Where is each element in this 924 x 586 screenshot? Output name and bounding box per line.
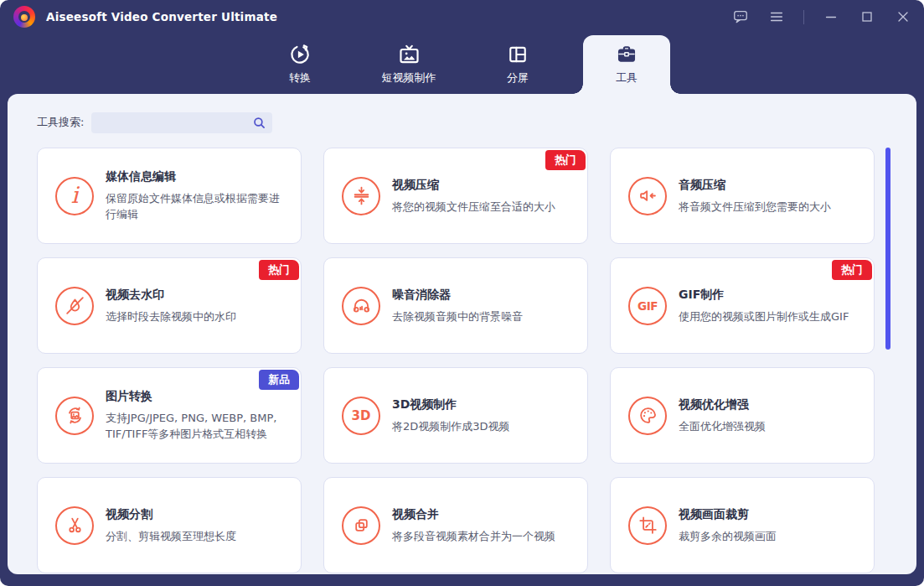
split-screen-icon: [506, 42, 529, 67]
card-title: 视频优化增强: [679, 397, 766, 412]
card-text: 视频优化增强全面优化增强视频: [679, 397, 766, 434]
card-description: 去除视频音频中的背景噪音: [392, 309, 523, 324]
card-description: 将您的视频文件压缩至合适的大小: [392, 199, 555, 215]
tool-card-7[interactable]: 图片转换支持JPG/JPEG, PNG, WEBP, BMP, TIF/TIFF…: [37, 367, 302, 464]
card-title: 噪音消除器: [392, 288, 523, 303]
card-text: 3D视频制作将2D视频制作成3D视频: [392, 397, 510, 434]
card-title: 3D视频制作: [392, 397, 510, 412]
card-text: 视频压缩将您的视频文件压缩至合适的大小: [392, 178, 555, 215]
card-description: 支持JPG/JPEG, PNG, WEBP, BMP, TIF/TIFF等多种图…: [106, 410, 287, 442]
tool-card-5[interactable]: 噪音消除器去除视频音频中的背景噪音: [323, 257, 588, 354]
tool-card-grid: i媒体信息编辑保留原始文件媒体信息或根据需要进行编辑视频压缩将您的视频文件压缩至…: [37, 148, 875, 573]
titlebar: Aiseesoft Video Converter Ultimate: [0, 0, 924, 34]
card-description: 将2D视频制作成3D视频: [392, 418, 510, 434]
card-text: 视频画面裁剪裁剪多余的视频画面: [679, 507, 777, 544]
titlebar-divider: [803, 10, 804, 24]
titlebar-controls: [731, 0, 912, 34]
tool-card-12[interactable]: 视频画面裁剪裁剪多余的视频画面: [610, 477, 875, 573]
card-text: 媒体信息编辑保留原始文件媒体信息或根据需要进行编辑: [106, 169, 287, 222]
tab-mv[interactable]: 短视频制作: [365, 35, 452, 94]
tool-card-6[interactable]: GIFGIF制作使用您的视频或图片制作或生成GIF热门: [610, 257, 875, 354]
tool-card-3[interactable]: 音频压缩将音频文件压缩到您需要的大小: [610, 148, 875, 244]
badge-hot: 热门: [259, 260, 299, 280]
app-window: Aiseesoft Video Converter Ultimate: [0, 0, 924, 586]
audio-compress-icon: [628, 177, 667, 215]
card-title: 图片转换: [106, 389, 287, 404]
gif-icon: GIF: [628, 287, 667, 325]
card-title: 视频合并: [392, 507, 555, 522]
card-title: 音频压缩: [679, 178, 831, 193]
card-text: 噪音消除器去除视频音频中的背景噪音: [392, 288, 523, 324]
feedback-icon[interactable]: [731, 8, 750, 26]
tool-card-9[interactable]: 视频优化增强全面优化增强视频: [610, 367, 875, 464]
menu-icon[interactable]: [767, 8, 786, 26]
card-description: 全面优化增强视频: [679, 418, 766, 434]
card-description: 保留原始文件媒体信息或根据需要进行编辑: [106, 190, 287, 222]
watermark-remove-icon: [55, 287, 94, 325]
tab-label-convert: 转换: [289, 70, 311, 86]
maximize-button[interactable]: [858, 8, 876, 26]
content-panel: 工具搜索: i媒体信息编辑保留原始文件媒体信息或根据需要进行编辑视频压缩将您的视…: [8, 94, 916, 574]
tool-search-row: 工具搜索:: [37, 111, 272, 133]
crop-icon: [628, 506, 667, 545]
tool-card-8[interactable]: 3D3D视频制作将2D视频制作成3D视频: [323, 367, 588, 464]
minimize-button[interactable]: [822, 8, 840, 26]
tab-label-mv: 短视频制作: [382, 70, 436, 86]
card-text: GIF制作使用您的视频或图片制作或生成GIF: [679, 288, 849, 324]
compress-icon: [342, 177, 380, 215]
convert-icon: [288, 42, 312, 67]
card-text: 视频分割分割、剪辑视频至理想长度: [106, 507, 236, 544]
badge-hot: 热门: [545, 150, 586, 170]
tool-card-4[interactable]: 视频去水印选择时段去除视频中的水印热门: [37, 257, 302, 354]
card-title: 媒体信息编辑: [106, 169, 287, 184]
search-icon[interactable]: [252, 116, 266, 133]
card-text: 图片转换支持JPG/JPEG, PNG, WEBP, BMP, TIF/TIFF…: [106, 389, 287, 442]
card-description: 分割、剪辑视频至理想长度: [106, 528, 236, 544]
search-box: [91, 112, 272, 133]
mv-icon: [397, 42, 421, 67]
card-description: 将音频文件压缩到您需要的大小: [679, 199, 831, 215]
close-button[interactable]: [894, 8, 912, 26]
card-description: 裁剪多余的视频画面: [679, 528, 777, 544]
card-description: 将多段音视频素材合并为一个视频: [392, 528, 555, 544]
card-text: 音频压缩将音频文件压缩到您需要的大小: [679, 178, 831, 215]
card-text: 视频合并将多段音视频素材合并为一个视频: [392, 507, 555, 544]
tab-convert[interactable]: 转换: [256, 35, 343, 94]
tab-label-toolbox: 工具: [616, 70, 638, 86]
card-title: 视频分割: [106, 507, 236, 522]
card-title: 视频压缩: [392, 178, 555, 193]
tab-toolbox[interactable]: 工具: [583, 35, 670, 94]
card-title: GIF制作: [679, 288, 849, 303]
card-title: 视频去水印: [106, 288, 236, 303]
app-logo-icon: [13, 6, 35, 28]
tab-label-split-screen: 分屏: [507, 70, 529, 86]
badge-new: 新品: [259, 370, 299, 390]
card-description: 使用您的视频或图片制作或生成GIF: [679, 309, 849, 324]
toolbox-icon: [615, 42, 638, 67]
scissors-icon: [55, 506, 94, 545]
info-icon: i: [55, 177, 94, 215]
tool-card-2[interactable]: 视频压缩将您的视频文件压缩至合适的大小热门: [323, 148, 588, 244]
card-title: 视频画面裁剪: [679, 507, 777, 522]
image-convert-icon: [55, 397, 94, 435]
card-description: 选择时段去除视频中的水印: [106, 309, 236, 324]
search-input[interactable]: [91, 112, 272, 133]
tool-card-1[interactable]: i媒体信息编辑保留原始文件媒体信息或根据需要进行编辑: [37, 148, 302, 244]
tab-split-screen[interactable]: 分屏: [474, 35, 561, 94]
tool-card-11[interactable]: 视频合并将多段音视频素材合并为一个视频: [323, 477, 588, 573]
scrollbar-thumb[interactable]: [885, 148, 890, 350]
badge-hot: 热门: [832, 260, 872, 280]
enhance-icon: [628, 397, 667, 435]
noise-remover-icon: [342, 287, 380, 325]
3d-icon: 3D: [342, 397, 380, 435]
card-text: 视频去水印选择时段去除视频中的水印: [106, 288, 236, 324]
merge-icon: [342, 506, 380, 545]
search-label: 工具搜索:: [37, 115, 84, 130]
tool-card-10[interactable]: 视频分割分割、剪辑视频至理想长度: [37, 477, 302, 573]
app-title: Aiseesoft Video Converter Ultimate: [46, 10, 277, 23]
